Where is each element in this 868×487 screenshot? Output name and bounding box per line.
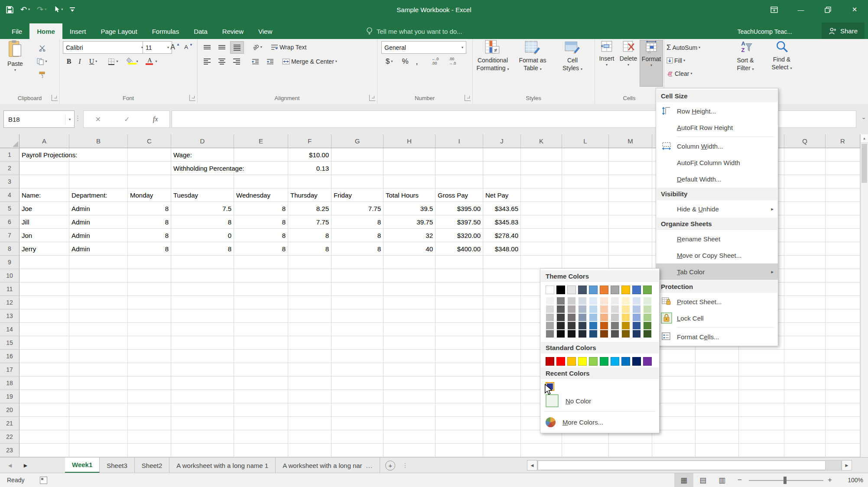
cell-B11[interactable] bbox=[69, 282, 128, 296]
cell-B13[interactable] bbox=[69, 309, 128, 323]
standard-color-swatch[interactable] bbox=[589, 357, 598, 366]
cell-Q10[interactable] bbox=[784, 269, 826, 282]
cell-R10[interactable] bbox=[826, 269, 860, 282]
cell-styles-button[interactable]: CellStyles ▾ bbox=[553, 40, 592, 87]
tint-swatch[interactable] bbox=[556, 321, 565, 330]
cell-I18[interactable] bbox=[436, 377, 483, 390]
tint-swatch[interactable] bbox=[546, 321, 554, 330]
cell-H11[interactable] bbox=[384, 282, 436, 296]
number-format-combo[interactable]: General▾ bbox=[381, 41, 466, 54]
cell-K1[interactable] bbox=[521, 148, 562, 162]
cell-M7[interactable] bbox=[609, 229, 652, 242]
zoom-in-icon[interactable]: + bbox=[828, 476, 832, 484]
menu-item-protect-sheet[interactable]: Protect Sheet... bbox=[656, 293, 778, 310]
cell-F23[interactable] bbox=[288, 444, 332, 457]
cell-E1[interactable] bbox=[234, 148, 288, 162]
cell-A4[interactable]: Name: bbox=[20, 188, 69, 202]
align-left-button[interactable] bbox=[201, 55, 214, 67]
cell-B17[interactable] bbox=[69, 363, 128, 377]
cell-K4[interactable] bbox=[521, 188, 562, 202]
scroll-left-icon[interactable]: ◀ bbox=[527, 460, 537, 471]
cell-R17[interactable] bbox=[826, 363, 860, 377]
decrease-font-button[interactable]: A▼ bbox=[182, 41, 195, 53]
cell-D3[interactable] bbox=[171, 175, 234, 188]
sheet-tab-sheet2[interactable]: Sheet2 bbox=[135, 458, 170, 473]
tint-swatch[interactable] bbox=[589, 330, 598, 338]
column-header-F[interactable]: F bbox=[288, 134, 332, 148]
tint-swatch[interactable] bbox=[556, 297, 565, 305]
cell-D11[interactable] bbox=[171, 282, 234, 296]
cell-H3[interactable] bbox=[384, 175, 436, 188]
cell-R4[interactable] bbox=[826, 188, 860, 202]
share-button[interactable]: Share bbox=[822, 23, 865, 39]
cell-G21[interactable] bbox=[332, 417, 384, 430]
row-header-19[interactable]: 19 bbox=[0, 390, 20, 403]
cell-G19[interactable] bbox=[332, 390, 384, 403]
cell-F12[interactable] bbox=[288, 296, 332, 309]
cell-E4[interactable]: Wednesday bbox=[234, 188, 288, 202]
tint-swatch[interactable] bbox=[600, 313, 608, 321]
cell-I10[interactable] bbox=[436, 269, 483, 282]
cell-G6[interactable]: 8 bbox=[332, 215, 384, 229]
row-header-22[interactable]: 22 bbox=[0, 430, 20, 444]
cell-Q15[interactable] bbox=[784, 336, 826, 350]
cell-O22[interactable] bbox=[696, 430, 739, 444]
cell-F5[interactable]: 8.25 bbox=[288, 202, 332, 215]
cell-H20[interactable] bbox=[384, 403, 436, 417]
tint-swatch[interactable] bbox=[567, 330, 576, 338]
row-header-11[interactable]: 11 bbox=[0, 282, 20, 296]
minimize-button[interactable]: — bbox=[787, 0, 814, 19]
cell-H8[interactable]: 40 bbox=[384, 242, 436, 256]
theme-color-swatch[interactable] bbox=[611, 286, 619, 294]
column-header-B[interactable]: B bbox=[69, 134, 128, 148]
cell-E12[interactable] bbox=[234, 296, 288, 309]
font-size-combo[interactable]: 11▾ bbox=[143, 41, 172, 54]
wrap-text-button[interactable]: Wrap Text bbox=[271, 41, 327, 53]
cell-B18[interactable] bbox=[69, 377, 128, 390]
tab-review[interactable]: Review bbox=[215, 23, 251, 39]
cell-D6[interactable]: 8 bbox=[171, 215, 234, 229]
borders-button[interactable]: ▾ bbox=[104, 55, 122, 67]
cell-A3[interactable] bbox=[20, 175, 69, 188]
tint-swatch[interactable] bbox=[546, 313, 554, 321]
cell-A14[interactable] bbox=[20, 323, 69, 336]
cell-G17[interactable] bbox=[332, 363, 384, 377]
cell-B5[interactable]: Admin bbox=[69, 202, 128, 215]
cell-R14[interactable] bbox=[826, 323, 860, 336]
cell-A16[interactable] bbox=[20, 350, 69, 363]
vertical-scroll-thumb[interactable] bbox=[861, 144, 867, 183]
insert-function-icon[interactable]: fx bbox=[153, 115, 158, 123]
cell-H19[interactable] bbox=[384, 390, 436, 403]
cell-I8[interactable]: $400.00 bbox=[436, 242, 483, 256]
cell-A15[interactable] bbox=[20, 336, 69, 350]
cell-C11[interactable] bbox=[128, 282, 171, 296]
cell-C8[interactable]: 8 bbox=[128, 242, 171, 256]
cell-H17[interactable] bbox=[384, 363, 436, 377]
cell-D13[interactable] bbox=[171, 309, 234, 323]
cell-E11[interactable] bbox=[234, 282, 288, 296]
standard-color-swatch[interactable] bbox=[567, 357, 576, 366]
cell-I4[interactable]: Gross Pay bbox=[436, 188, 483, 202]
cell-A13[interactable] bbox=[20, 309, 69, 323]
cell-J20[interactable] bbox=[483, 403, 521, 417]
cell-E14[interactable] bbox=[234, 323, 288, 336]
cell-B16[interactable] bbox=[69, 350, 128, 363]
cell-I1[interactable] bbox=[436, 148, 483, 162]
row-header-3[interactable]: 3 bbox=[0, 175, 20, 188]
tab-insert[interactable]: Insert bbox=[62, 23, 94, 39]
cell-R16[interactable] bbox=[826, 350, 860, 363]
cell-A6[interactable]: Jill bbox=[20, 215, 69, 229]
tint-swatch[interactable] bbox=[611, 321, 619, 330]
cell-H7[interactable]: 32 bbox=[384, 229, 436, 242]
expand-formula-bar-icon[interactable]: ⌄ bbox=[861, 114, 866, 120]
fill-color-button[interactable]: ▾ bbox=[124, 55, 141, 67]
cell-J14[interactable] bbox=[483, 323, 521, 336]
cell-K6[interactable] bbox=[521, 215, 562, 229]
accounting-format-button[interactable]: $▾ bbox=[381, 55, 397, 67]
cell-H23[interactable] bbox=[384, 444, 436, 457]
cell-C23[interactable] bbox=[128, 444, 171, 457]
cell-R7[interactable] bbox=[826, 229, 860, 242]
row-header-9[interactable]: 9 bbox=[0, 256, 20, 269]
cell-F8[interactable]: 8 bbox=[288, 242, 332, 256]
cell-Q23[interactable] bbox=[784, 444, 826, 457]
